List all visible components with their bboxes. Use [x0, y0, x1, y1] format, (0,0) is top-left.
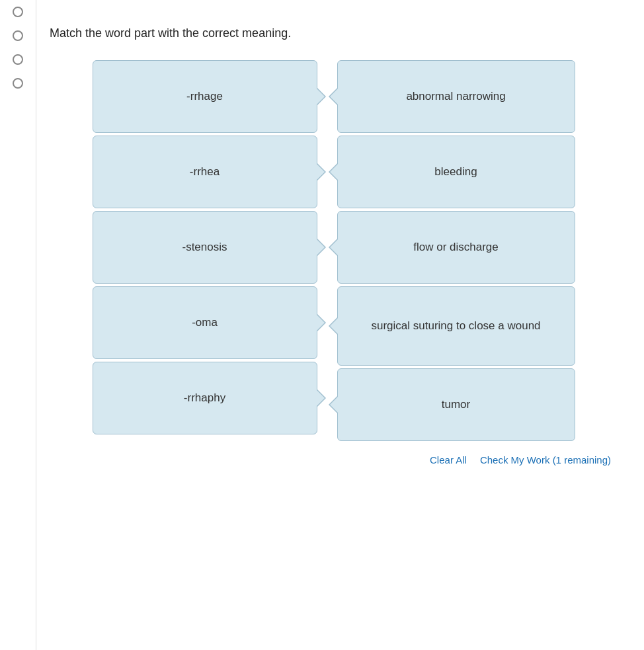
- term-card-oma[interactable]: -oma: [93, 286, 317, 359]
- terms-column: -rrhage -rrhea -stenosis -oma -rrhaphy: [93, 60, 317, 434]
- def-label-surgical-suturing: surgical suturing to close a wound: [371, 319, 540, 333]
- term-card-rrhaphy[interactable]: -rrhaphy: [93, 362, 317, 434]
- check-work-button[interactable]: Check My Work (1 remaining): [480, 454, 611, 466]
- term-card-rrhage[interactable]: -rrhage: [93, 60, 317, 133]
- matching-area: -rrhage -rrhea -stenosis -oma -rrhaphy a…: [50, 60, 618, 441]
- def-label-tumor: tumor: [442, 398, 470, 411]
- def-card-abnormal-narrowing[interactable]: abnormal narrowing: [337, 60, 575, 133]
- def-card-surgical-suturing[interactable]: surgical suturing to close a wound: [337, 286, 575, 366]
- def-label-bleeding: bleeding: [434, 165, 477, 179]
- clear-all-button[interactable]: Clear All: [430, 454, 467, 466]
- def-label-abnormal-narrowing: abnormal narrowing: [406, 90, 505, 103]
- main-content: Match the word part with the correct mea…: [36, 0, 644, 650]
- definitions-column: abnormal narrowing bleeding flow or disc…: [337, 60, 575, 441]
- def-card-tumor[interactable]: tumor: [337, 368, 575, 441]
- def-label-flow-discharge: flow or discharge: [413, 241, 499, 254]
- radio-circle-3[interactable]: [13, 54, 23, 65]
- bottom-actions: Clear All Check My Work (1 remaining): [50, 454, 618, 466]
- radio-circle-2[interactable]: [13, 30, 23, 41]
- def-card-flow-discharge[interactable]: flow or discharge: [337, 211, 575, 284]
- term-label-rrhaphy: -rrhaphy: [184, 391, 225, 405]
- term-card-stenosis[interactable]: -stenosis: [93, 211, 317, 284]
- radio-circle-1[interactable]: [13, 7, 23, 17]
- term-label-stenosis: -stenosis: [182, 241, 227, 254]
- term-card-rrhea[interactable]: -rrhea: [93, 136, 317, 208]
- term-label-oma: -oma: [192, 316, 218, 329]
- radio-circle-4[interactable]: [13, 78, 23, 89]
- def-card-bleeding[interactable]: bleeding: [337, 136, 575, 208]
- term-label-rrhea: -rrhea: [190, 165, 220, 179]
- term-label-rrhage: -rrhage: [186, 90, 223, 103]
- instruction-text: Match the word part with the correct mea…: [50, 26, 618, 40]
- sidebar: [0, 0, 36, 650]
